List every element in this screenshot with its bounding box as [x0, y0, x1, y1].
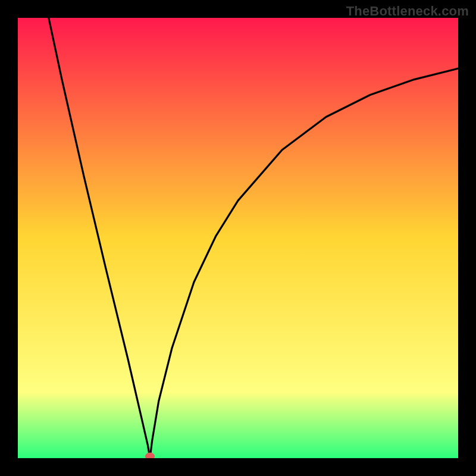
gradient-background: [18, 18, 458, 458]
watermark-text: TheBottleneck.com: [346, 4, 469, 19]
bottleneck-chart: [18, 18, 458, 458]
plot-area: [18, 18, 458, 458]
chart-frame: TheBottleneck.com: [0, 0, 476, 476]
